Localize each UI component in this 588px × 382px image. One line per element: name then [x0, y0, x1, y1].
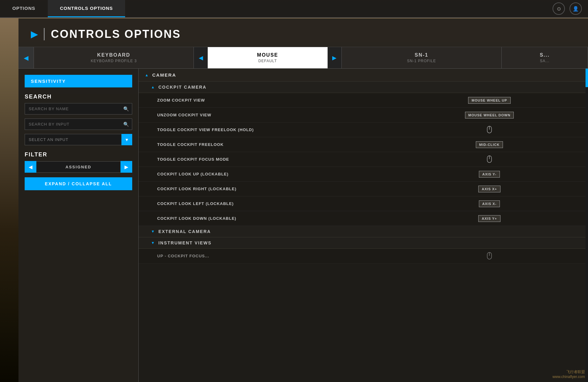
external-camera-label: EXTERNAL CAMERA	[158, 229, 211, 234]
sensitivity-button[interactable]: SENSITIVITY	[25, 75, 132, 87]
control-row-look-up: COCKPIT LOOK UP (LOCKABLE) AXIS Y-	[139, 167, 588, 182]
filter-prev-button[interactable]: ◀	[25, 161, 36, 173]
control-name-look-left: COCKPIT LOOK LEFT (LOCKABLE)	[157, 201, 459, 206]
tab-controls-options[interactable]: CONTROLS OPTIONS	[48, 0, 125, 17]
control-name-toggle-freelook: TOGGLE COCKPIT FREELOOK	[157, 142, 459, 147]
instrument-views-label: INSTRUMENT VIEWS	[158, 240, 212, 245]
page-header: ▶ CONTROLS OPTIONS	[18, 18, 588, 47]
binding-badge-zoom-cockpit: MOUSE WHEEL UP	[468, 97, 510, 104]
control-name-zoom-cockpit: ZOOM COCKPIT VIEW	[157, 98, 459, 103]
control-name-look-down: COCKPIT LOOK DOWN (LOCKABLE)	[157, 216, 459, 221]
search-by-name-input[interactable]	[25, 103, 132, 115]
mouse-tab-center: MOUSE DEFAULT	[208, 47, 327, 68]
subcategory-instrument-views[interactable]: ▼ INSTRUMENT VIEWS	[139, 237, 588, 249]
search-input-icon: 🔍	[123, 122, 129, 127]
page-title: CONTROLS OPTIONS	[51, 28, 181, 41]
binding-look-up-1[interactable]: AXIS Y-	[459, 169, 520, 179]
tab-prev-button[interactable]: ◀	[18, 47, 34, 68]
body-split: SENSITIVITY SEARCH 🔍 🔍 Select an	[18, 69, 588, 382]
expand-collapse-button[interactable]: EXPAND / COLLAPSE ALL	[25, 177, 132, 190]
control-name-up-cockpit-focus: UP - COCKPIT FOCUS...	[157, 254, 459, 258]
binding-toggle-freelook-1[interactable]: MID-CLICK	[459, 139, 520, 150]
watermark: 飞行者联盟 www.chinaflyer.com	[553, 369, 585, 379]
filter-section: FILTER ◀ ASSIGNED ▶	[25, 150, 132, 173]
filter-next-button[interactable]: ▶	[120, 161, 132, 173]
search-by-input-wrap: 🔍	[25, 119, 132, 130]
mouse-icon-focus	[486, 155, 492, 164]
mouse-tab-next[interactable]: ▶	[328, 47, 341, 68]
external-camera-collapse-icon: ▼	[151, 229, 155, 234]
binding-look-down-1[interactable]: AXIS Y+	[459, 213, 520, 224]
binding-badge-look-up: AXIS Y-	[479, 171, 500, 178]
search-by-input-input[interactable]	[25, 119, 132, 130]
scroll-thumb[interactable]	[586, 69, 588, 87]
control-name-look-right: COCKPIT LOOK RIGHT (LOCKABLE)	[157, 187, 459, 191]
binding-toggle-focus-1[interactable]	[459, 153, 520, 166]
subcategory-external-camera[interactable]: ▼ EXTERNAL CAMERA	[139, 226, 588, 237]
search-section: SEARCH 🔍 🔍 Select an input ▼	[25, 92, 132, 145]
cockpit-camera-collapse-icon: ▲	[151, 85, 155, 89]
tab-sa[interactable]: S... SA...	[502, 47, 588, 68]
binding-badge-look-down: AXIS Y+	[478, 215, 500, 222]
camera-collapse-icon: ▲	[145, 73, 149, 77]
mouse-tab-prev[interactable]: ◀	[194, 47, 208, 68]
camera-label: CAMERA	[152, 72, 176, 78]
nav-icons: ⊙ 👤	[553, 0, 588, 17]
control-name-unzoom-cockpit: UNZOOM COCKPIT VIEW	[157, 113, 459, 117]
control-name-toggle-freelook-hold: TOGGLE COCKPIT VIEW FREELOOK (HOLD)	[157, 127, 459, 132]
profile-tabs-row: ◀ KEYBOARD KEYBOARD PROFILE 3 ◀ MOUSE DE…	[18, 47, 588, 69]
top-navigation: OPTIONS CONTROLS OPTIONS ⊙ 👤	[0, 0, 588, 18]
control-row-toggle-focus: TOGGLE COCKPIT FOCUS MODE	[139, 152, 588, 167]
control-row-look-right: COCKPIT LOOK RIGHT (LOCKABLE) AXIS X+	[139, 182, 588, 196]
cockpit-camera-label: COCKPIT CAMERA	[158, 85, 206, 90]
mouse-icon-up-cockpit	[486, 252, 492, 260]
category-camera[interactable]: ▲ CAMERA	[139, 69, 588, 82]
title-divider	[44, 28, 45, 40]
control-row-zoom-cockpit: ZOOM COCKPIT VIEW MOUSE WHEEL UP	[139, 93, 588, 108]
control-row-look-down: COCKPIT LOOK DOWN (LOCKABLE) AXIS Y+	[139, 211, 588, 226]
binding-up-cockpit-focus-1[interactable]	[459, 250, 520, 262]
tab-keyboard[interactable]: KEYBOARD KEYBOARD PROFILE 3	[34, 47, 194, 68]
binding-badge-look-left: AXIS X-	[479, 200, 500, 207]
search-by-name-wrap: 🔍	[25, 103, 132, 115]
control-name-toggle-focus: TOGGLE COCKPIT FOCUS MODE	[157, 157, 459, 162]
search-name-icon: 🔍	[123, 106, 129, 112]
search-label: SEARCH	[25, 94, 132, 100]
binding-look-right-1[interactable]: AXIS X+	[459, 184, 520, 194]
page-title-icon: ▶	[31, 29, 38, 39]
control-row-up-cockpit-focus: UP - COCKPIT FOCUS...	[139, 249, 588, 263]
control-name-look-up: COCKPIT LOOK UP (LOCKABLE)	[157, 172, 459, 176]
binding-badge-unzoom-cockpit: MOUSE WHEEL DOWN	[465, 112, 514, 119]
binding-toggle-freelook-hold-1[interactable]	[459, 124, 520, 136]
control-row-toggle-freelook-hold: TOGGLE COCKPIT VIEW FREELOOK (HOLD)	[139, 123, 588, 137]
controls-list[interactable]: ▲ CAMERA ▲ COCKPIT CAMERA ZOOM COCKPIT V…	[139, 69, 588, 382]
tab-mouse[interactable]: ◀ MOUSE DEFAULT ▶	[194, 47, 341, 68]
achievements-icon[interactable]: ⊙	[553, 2, 565, 15]
binding-zoom-cockpit-1[interactable]: MOUSE WHEEL UP	[459, 95, 520, 106]
select-input-wrap: Select an input ▼	[25, 134, 132, 145]
scrollbar[interactable]	[586, 69, 588, 382]
main-panel: ▶ CONTROLS OPTIONS ◀ KEYBOARD KEYBOARD P…	[18, 18, 588, 382]
instrument-views-collapse-icon: ▼	[151, 241, 155, 245]
filter-value: ASSIGNED	[36, 161, 120, 173]
filter-label: FILTER	[25, 151, 132, 158]
tab-sn1[interactable]: SN-1 SN-1 PROFILE	[342, 47, 502, 68]
control-row-look-left: COCKPIT LOOK LEFT (LOCKABLE) AXIS X-	[139, 196, 588, 211]
control-row-unzoom-cockpit: UNZOOM COCKPIT VIEW MOUSE WHEEL DOWN	[139, 108, 588, 123]
profile-icon[interactable]: 👤	[570, 2, 582, 15]
filter-row: ◀ ASSIGNED ▶	[25, 161, 132, 173]
binding-badge-toggle-freelook: MID-CLICK	[476, 141, 503, 148]
binding-badge-look-right: AXIS X+	[478, 186, 500, 192]
tab-options[interactable]: OPTIONS	[0, 0, 48, 17]
binding-unzoom-cockpit-1[interactable]: MOUSE WHEEL DOWN	[459, 110, 520, 120]
select-input-dropdown[interactable]: Select an input	[25, 134, 132, 145]
binding-look-left-1[interactable]: AXIS X-	[459, 199, 520, 209]
control-row-toggle-freelook: TOGGLE COCKPIT FREELOOK MID-CLICK	[139, 137, 588, 152]
sidebar: SENSITIVITY SEARCH 🔍 🔍 Select an	[18, 69, 139, 382]
mouse-icon-freelook	[486, 126, 492, 134]
subcategory-cockpit-camera[interactable]: ▲ COCKPIT CAMERA	[139, 82, 588, 93]
